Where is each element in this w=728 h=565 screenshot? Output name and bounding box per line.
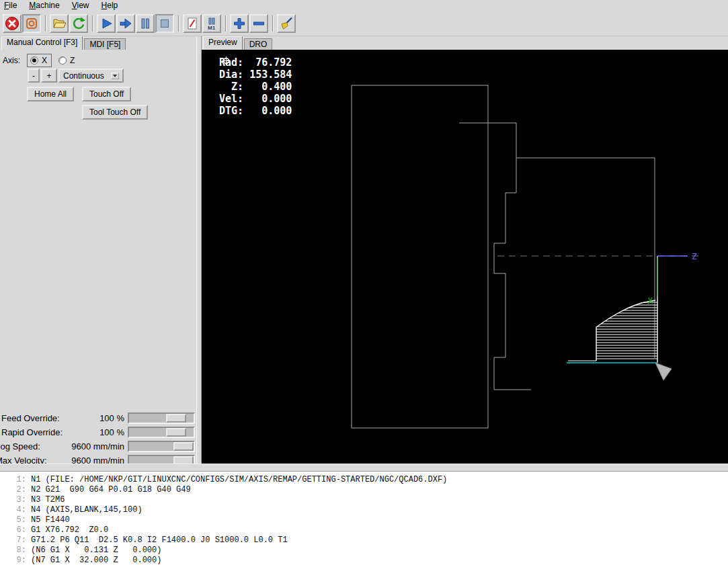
jog-mode-dropdown[interactable]: Continuous: [58, 69, 124, 83]
gcode-line-number: 4:: [0, 505, 31, 515]
slider-label: Jog Speed:: [0, 441, 40, 451]
home-all-button[interactable]: Home All: [27, 87, 74, 101]
slider-value: 100 %: [99, 427, 124, 437]
dro-line-vel: Vel: 0.000: [219, 93, 292, 105]
chevron-down-icon: [111, 73, 119, 79]
tab-dro[interactable]: DRO: [244, 38, 273, 50]
jog-minus-button[interactable]: -: [28, 69, 40, 83]
axis-selector-row: Axis: X Z: [3, 54, 75, 67]
axis-radio-z[interactable]: Z: [58, 56, 75, 65]
zoom-out-button[interactable]: [249, 14, 268, 33]
z-axis-label: Z: [692, 251, 697, 261]
stop-program-icon: [157, 16, 172, 31]
axis-radio-x-label: X: [42, 56, 47, 65]
machine-power-button[interactable]: [22, 14, 41, 33]
slider-label: Rapid Override:: [1, 427, 63, 437]
vertical-sash[interactable]: [196, 36, 202, 472]
slider-row-rapid-override: Rapid Override:100 %: [0, 425, 196, 439]
menu-item-machine[interactable]: Machine: [29, 1, 59, 10]
menu-item-view[interactable]: View: [72, 1, 89, 10]
slider-handle[interactable]: [166, 428, 186, 437]
gcode-line-text: N2 G21 G90 G64 P0.01 G18 G40 G49: [31, 485, 191, 495]
run-program-icon: [99, 16, 114, 31]
main-area: Manual Control [F3]MDI [F5] Axis: X Z - …: [0, 36, 728, 472]
estop-button[interactable]: [3, 14, 22, 33]
gcode-line-number: 3:: [0, 495, 31, 505]
slider-value: 9600 mm/min: [71, 441, 124, 451]
tool-marker: [655, 363, 672, 380]
gcode-line[interactable]: 6:G1 X76.792 Z0.0: [0, 525, 728, 535]
homed-icon: [222, 56, 231, 65]
gcode-line-number: 8:: [0, 546, 31, 556]
dro-text: DTG: 0.000: [219, 105, 292, 117]
gcode-line[interactable]: 4:N4 (AXIS,BLANK,145,100): [0, 505, 728, 515]
preview-canvas[interactable]: ZX Rad: 76.792Dia: 153.584 Z: 0.400Vel: …: [202, 50, 728, 464]
gcode-line-number: 7:: [0, 535, 31, 546]
gcode-line[interactable]: 5:N5 F1440: [0, 515, 728, 525]
slider-row-jog-speed: Jog Speed:9600 mm/min: [0, 439, 196, 453]
zoom-in-icon: [232, 16, 247, 31]
menu-item-file[interactable]: File: [4, 1, 17, 10]
block-delete-button[interactable]: [183, 14, 202, 33]
open-file-icon: [52, 16, 67, 31]
part-outline-steps: [494, 158, 531, 390]
slider-handle[interactable]: [166, 414, 186, 423]
reload-file-icon: [71, 16, 86, 31]
run-step-button[interactable]: [116, 14, 135, 33]
slider-trough[interactable]: [128, 427, 195, 438]
toolbar: M1: [0, 11, 728, 36]
gcode-line-text: N4 (AXIS,BLANK,145,100): [31, 505, 143, 515]
zoom-in-button[interactable]: [230, 14, 249, 33]
axis-radio-x[interactable]: X: [27, 54, 52, 67]
slider-trough[interactable]: [128, 412, 195, 424]
gcode-line-text: G1 X76.792 Z0.0: [31, 525, 108, 535]
toolbar-separator: [45, 15, 46, 32]
toolpath-profile: [596, 300, 655, 361]
axis-main-window: FileMachineViewHelp M1 Manual Control [F…: [0, 0, 728, 565]
gcode-line[interactable]: 8:(N6 G1 X 0.131 Z 0.000): [0, 546, 728, 556]
gcode-line-text: N1 (FILE: /HOME/NKP/GIT/LINUXCNC/CONFIGS…: [31, 475, 447, 485]
tool-touch-off-button[interactable]: Tool Touch Off: [82, 105, 148, 120]
gcode-listing: 1:N1 (FILE: /HOME/NKP/GIT/LINUXCNC/CONFI…: [0, 472, 728, 565]
dro-line-z: Z: 0.400: [219, 81, 292, 93]
run-program-button[interactable]: [97, 14, 116, 33]
menu-item-help[interactable]: Help: [102, 1, 118, 10]
axis-label: Axis:: [3, 56, 20, 65]
open-file-button[interactable]: [50, 14, 69, 33]
stop-program-button[interactable]: [155, 14, 174, 33]
pause-program-button[interactable]: [136, 14, 155, 33]
svg-text:M1: M1: [208, 25, 216, 31]
gcode-line-text: N5 F1440: [31, 515, 70, 525]
gcode-line[interactable]: 9:(N7 G1 X 32.000 Z 0.000): [0, 556, 728, 565]
optional-pause-button[interactable]: M1: [202, 14, 221, 33]
jog-plus-button[interactable]: +: [41, 69, 57, 83]
gcode-line-text: (N7 G1 X 32.000 Z 0.000): [31, 556, 161, 565]
optional-pause-icon: M1: [204, 16, 219, 31]
gcode-line[interactable]: 2:N2 G21 G90 G64 P0.01 G18 G40 G49: [0, 485, 728, 495]
clear-plot-icon: [279, 16, 294, 31]
jog-mode-value: Continuous: [63, 71, 104, 81]
machine-power-icon: [24, 16, 39, 31]
gcode-line[interactable]: 3:N3 T2M6: [0, 495, 728, 505]
gcode-line[interactable]: 7:G71.2 P6 Q11 D2.5 K0.8 I2 F1400.0 J0 S…: [0, 535, 728, 546]
slider-trough[interactable]: [128, 441, 195, 452]
roughing-passes: [596, 302, 657, 359]
dro-text: Vel: 0.000: [219, 93, 292, 105]
clear-plot-button[interactable]: [277, 14, 296, 33]
run-step-icon: [118, 16, 133, 31]
touch-off-button[interactable]: Touch Off: [82, 87, 131, 101]
dro-line-dia: Dia: 153.584: [219, 69, 292, 81]
horizontal-sash[interactable]: [0, 464, 728, 472]
gcode-line-number: 9:: [0, 556, 31, 565]
gcode-line-number: 1:: [0, 475, 31, 485]
override-sliders: Feed Override:100 %Rapid Override:100 %J…: [0, 411, 196, 470]
gcode-line-text: (N6 G1 X 0.131 Z 0.000): [31, 546, 161, 556]
reload-file-button[interactable]: [69, 14, 88, 33]
toolbar-separator: [272, 15, 274, 32]
gcode-line[interactable]: 1:N1 (FILE: /HOME/NKP/GIT/LINUXCNC/CONFI…: [0, 475, 728, 485]
slider-row-feed-override: Feed Override:100 %: [0, 411, 196, 425]
slider-handle[interactable]: [173, 442, 194, 451]
gcode-line-number: 6:: [0, 525, 31, 535]
radio-selected-icon: [30, 56, 38, 64]
tab-preview[interactable]: Preview: [203, 36, 243, 50]
